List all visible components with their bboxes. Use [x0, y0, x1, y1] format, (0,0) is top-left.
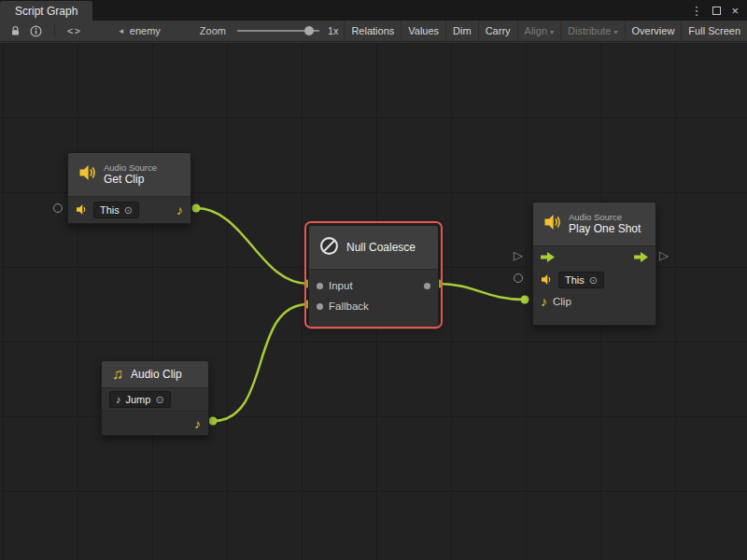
- node-audio-clip[interactable]: ♫ Audio Clip ♪ Jump ⊙ ♪: [101, 360, 209, 436]
- tab-title: Script Graph: [15, 5, 78, 18]
- tab-bar: Script Graph ⋮ ×: [0, 0, 747, 21]
- music-note-icon: ♪: [541, 295, 547, 308]
- music-note-icon: ♪: [194, 417, 201, 430]
- toolbar-separator: [54, 24, 55, 37]
- music-note-icon: ♪: [116, 395, 121, 405]
- port-label-fallback: Fallback: [329, 301, 369, 312]
- node-body: Input Fallback: [309, 269, 438, 329]
- node-category: Audio Source: [569, 212, 641, 223]
- fullscreen-button[interactable]: Full Screen: [681, 21, 747, 41]
- node-title: Get Clip: [104, 173, 157, 187]
- output-port[interactable]: [424, 283, 430, 289]
- graph-toolbar: <> ◄ enemy Zoom 1x Relations Values Dim …: [0, 21, 747, 42]
- node-play-one-shot[interactable]: Audio Source Play One Shot: [532, 202, 656, 326]
- node-category: Audio Source: [104, 162, 157, 174]
- port-label-input: Input: [329, 280, 353, 291]
- zoom-label: Zoom: [200, 25, 226, 36]
- control-output-port[interactable]: ▷: [659, 249, 669, 262]
- control-out-arrow-icon[interactable]: [634, 249, 648, 266]
- node-body: ♪ Jump ⊙ ♪: [102, 387, 208, 435]
- relations-button[interactable]: Relations: [344, 21, 401, 41]
- node-body: This ⊙ ♪: [68, 196, 190, 223]
- input-port[interactable]: [317, 283, 323, 289]
- menu-icon[interactable]: ⋮: [690, 5, 702, 17]
- zoom-slider[interactable]: [237, 30, 319, 32]
- audio-clip-value: Jump: [126, 393, 151, 406]
- node-header[interactable]: Audio Source Play One Shot: [533, 203, 655, 245]
- maximize-icon[interactable]: [712, 7, 721, 15]
- audio-clip-icon: ♫: [112, 367, 123, 382]
- wire-getclip-to-input[interactable]: [196, 208, 308, 284]
- music-note-icon: ♪: [176, 203, 183, 217]
- graph-canvas[interactable]: ▷ ▷ Audio Source Get Clip This: [0, 43, 747, 560]
- graph-back-icon: ◄: [118, 27, 125, 35]
- node-header[interactable]: Audio Source Get Clip: [68, 153, 190, 196]
- info-icon[interactable]: [25, 21, 47, 41]
- toolbar-buttons: Relations Values Dim Carry Align ▾ Distr…: [344, 21, 747, 41]
- target-dropdown[interactable]: This ⊙: [93, 202, 139, 218]
- zoom-slider-handle[interactable]: [304, 26, 314, 35]
- play-one-shot-target-port[interactable]: [514, 273, 523, 283]
- unity-graph-window: Script Graph ⋮ × <> ◄ enemy Zoom 1x Rela…: [0, 0, 747, 560]
- node-header[interactable]: Null Coalesce: [309, 226, 438, 269]
- target-value: This: [565, 273, 585, 287]
- object-picker-icon[interactable]: ⊙: [589, 273, 598, 287]
- node-null-coalesce[interactable]: Null Coalesce Input Fallback: [308, 225, 439, 325]
- node-header[interactable]: ♫ Audio Clip: [102, 361, 208, 387]
- audio-source-icon: [78, 165, 96, 184]
- node-title: Play One Shot: [569, 222, 641, 236]
- align-button[interactable]: Align ▾: [517, 21, 560, 41]
- audio-source-icon: [543, 215, 561, 233]
- port-dot[interactable]: [192, 204, 201, 213]
- breadcrumb-label: enemy: [130, 25, 161, 36]
- code-icon[interactable]: <>: [63, 21, 86, 41]
- target-dropdown[interactable]: This ⊙: [558, 272, 604, 288]
- lock-icon[interactable]: [6, 21, 25, 41]
- wire-output-to-clip[interactable]: [439, 284, 525, 300]
- values-button[interactable]: Values: [401, 21, 445, 41]
- null-coalesce-icon: [319, 236, 339, 259]
- close-icon[interactable]: ×: [731, 5, 739, 17]
- port-label-clip: Clip: [553, 296, 571, 307]
- port-dot[interactable]: [521, 296, 529, 304]
- node-title: Null Coalesce: [346, 241, 416, 254]
- carry-button[interactable]: Carry: [478, 21, 517, 41]
- fallback-port[interactable]: [317, 303, 323, 310]
- port-dot[interactable]: [209, 417, 218, 426]
- object-picker-icon[interactable]: ⊙: [155, 393, 163, 406]
- target-value: This: [100, 203, 120, 217]
- get-clip-target-port[interactable]: [53, 203, 63, 213]
- speaker-icon: [541, 272, 553, 288]
- chevron-down-icon: ▾: [614, 28, 618, 36]
- node-body: This ⊙ ♪ Clip: [533, 245, 655, 325]
- speaker-icon: [76, 202, 88, 218]
- control-input-port[interactable]: ▷: [514, 249, 523, 262]
- zoom-value: 1x: [328, 25, 339, 36]
- breadcrumb[interactable]: ◄ enemy: [118, 25, 161, 36]
- distribute-button[interactable]: Distribute ▾: [560, 21, 624, 41]
- node-title: Audio Clip: [131, 368, 182, 381]
- control-in-arrow-icon[interactable]: [541, 249, 555, 266]
- wire-audioclip-to-fallback[interactable]: [213, 304, 308, 421]
- tab-script-graph[interactable]: Script Graph: [0, 1, 92, 21]
- chevron-down-icon: ▾: [550, 28, 554, 36]
- window-controls: ⋮ ×: [690, 0, 747, 21]
- dim-button[interactable]: Dim: [445, 21, 478, 41]
- node-get-clip[interactable]: Audio Source Get Clip This ⊙ ♪: [67, 152, 191, 224]
- overview-button[interactable]: Overview: [625, 21, 682, 41]
- object-picker-icon[interactable]: ⊙: [124, 203, 133, 217]
- audio-clip-dropdown[interactable]: ♪ Jump ⊙: [109, 391, 171, 408]
